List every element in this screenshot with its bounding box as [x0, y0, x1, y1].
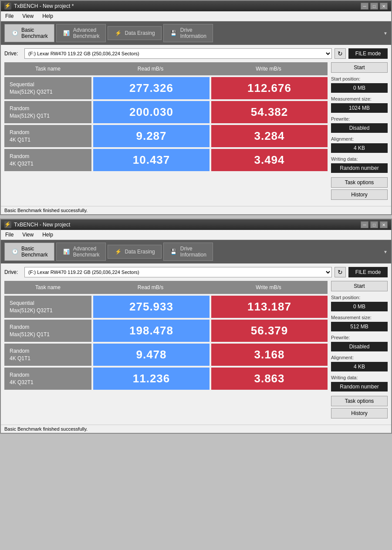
app-icon-1: ⚡ — [4, 3, 11, 10]
alignment-value-2: 4 KB — [331, 362, 388, 371]
menu-view-1[interactable]: View — [20, 12, 36, 20]
writing-data-value-2: Random number — [331, 382, 388, 391]
write-value-2-2: 56.379 — [211, 320, 328, 342]
tab-advanced-label-2: AdvancedBenchmark — [73, 246, 100, 258]
header-read-2: Read mB/s — [91, 283, 210, 292]
read-value-1-2: 200.030 — [93, 101, 210, 123]
write-value-1-4: 3.494 — [211, 149, 328, 171]
prewrite-label-2: Prewrite: — [331, 335, 388, 340]
minimize-btn-1[interactable]: ─ — [361, 3, 368, 10]
start-button-2[interactable]: Start — [331, 281, 388, 291]
bench-row-2-2: RandomMax(512K) Q1T1 198.478 56.379 — [4, 320, 328, 342]
writing-data-value-1: Random number — [331, 163, 388, 173]
task-options-btn-1[interactable]: Task options — [331, 177, 388, 188]
status-bar-2: Basic Benchmark finished successfully. — [1, 425, 391, 433]
clock-icon-1: 🕐 — [11, 29, 19, 37]
alignment-label-2: Alignment: — [331, 355, 388, 360]
close-btn-1[interactable]: ✕ — [380, 3, 388, 10]
right-panel-1: Start Start position: 0 MB Measurement s… — [331, 62, 388, 200]
history-btn-2[interactable]: History — [331, 408, 388, 418]
drive-refresh-btn-1[interactable]: ↻ — [335, 48, 346, 59]
chart-icon-1: 📊 — [63, 29, 71, 37]
window-1: ⚡ TxBENCH - New project * ─ □ ✕ File Vie… — [0, 0, 392, 215]
window-title-2: TxBENCH - New project — [14, 222, 70, 228]
right-panel-2: Start Start position: 0 MB Measurement s… — [331, 281, 388, 418]
clock-icon-2: 🕐 — [11, 248, 19, 256]
table-header-1: Task name Read mB/s Write mB/s — [4, 62, 328, 75]
drive-row-1: Drive: (F:) Lexar RW470 119.22 GB (250,0… — [4, 48, 388, 59]
measurement-size-value-2: 512 MB — [331, 322, 388, 331]
toolbar-2: 🕐 BasicBenchmark 📊 AdvancedBenchmark ⚡ D… — [1, 240, 391, 263]
alignment-value-1: 4 KB — [331, 143, 388, 153]
minimize-btn-2[interactable]: ─ — [361, 221, 368, 228]
menu-view-2[interactable]: View — [20, 231, 36, 239]
drive-select-1[interactable]: (F:) Lexar RW470 119.22 GB (250,036,224 … — [24, 48, 332, 59]
task-options-btn-2[interactable]: Task options — [331, 396, 388, 406]
row-label-2-4: Random4K Q32T1 — [4, 368, 91, 390]
write-value-1-2: 54.382 — [211, 101, 328, 123]
write-value-2-4: 3.863 — [211, 368, 328, 390]
tab-drive-label-2: DriveInformation — [180, 246, 206, 258]
read-value-2-3: 9.478 — [93, 344, 210, 366]
tab-basic-benchmark-2[interactable]: 🕐 BasicBenchmark — [4, 243, 54, 261]
read-value-1-3: 9.287 — [93, 125, 210, 147]
drive-refresh-btn-2[interactable]: ↻ — [335, 267, 346, 277]
row-label-2-1: SequentialMax(512K) Q32T1 — [4, 296, 91, 318]
menu-file-1[interactable]: File — [3, 12, 16, 20]
write-value-2-1: 113.187 — [211, 296, 328, 318]
row-label-1-4: Random4K Q32T1 — [4, 149, 91, 171]
start-position-value-1: 0 MB — [331, 83, 388, 93]
bench-row-1-4: Random4K Q32T1 10.437 3.494 — [4, 149, 328, 171]
menu-bar-1: File View Help — [1, 11, 391, 21]
bench-row-2-4: Random4K Q32T1 11.236 3.863 — [4, 368, 328, 390]
drive-icon-2: 💾 — [170, 248, 178, 256]
tab-data-erasing-2[interactable]: ⚡ Data Erasing — [108, 245, 161, 259]
drive-label-1: Drive: — [4, 51, 22, 57]
title-bar-1: ⚡ TxBENCH - New project * ─ □ ✕ — [1, 1, 391, 11]
tab-drive-info-1[interactable]: 💾 DriveInformation — [163, 24, 213, 42]
read-value-2-4: 11.236 — [93, 368, 210, 390]
tab-advanced-label-1: AdvancedBenchmark — [73, 27, 100, 39]
window-controls-1: ─ □ ✕ — [361, 3, 388, 10]
row-label-1-2: RandomMax(512K) Q1T1 — [4, 101, 91, 123]
main-content-1: Task name Read mB/s Write mB/s Sequentia… — [4, 62, 388, 200]
drive-icon-1: 💾 — [170, 29, 178, 37]
tab-data-erasing-1[interactable]: ⚡ Data Erasing — [108, 26, 161, 40]
tab-advanced-benchmark-1[interactable]: 📊 AdvancedBenchmark — [56, 24, 106, 42]
window-controls-2: ─ □ ✕ — [361, 221, 388, 228]
start-position-value-2: 0 MB — [331, 302, 388, 311]
content-area-2: Drive: (F:) Lexar RW470 119.22 GB (250,0… — [1, 263, 391, 422]
tab-erase-label-2: Data Erasing — [125, 249, 155, 255]
measurement-size-label-2: Measurement size: — [331, 315, 388, 320]
row-label-2-3: Random4K Q1T1 — [4, 344, 91, 366]
menu-help-2[interactable]: Help — [40, 231, 56, 239]
tab-basic-label-2: BasicBenchmark — [21, 246, 48, 258]
tab-advanced-benchmark-2[interactable]: 📊 AdvancedBenchmark — [56, 243, 106, 261]
row-label-2-2: RandomMax(512K) Q1T1 — [4, 320, 91, 342]
menu-help-1[interactable]: Help — [40, 12, 56, 20]
app-icon-2: ⚡ — [4, 221, 11, 228]
file-mode-btn-2[interactable]: FILE mode — [348, 267, 388, 277]
history-btn-1[interactable]: History — [331, 189, 388, 200]
tab-drive-info-2[interactable]: 💾 DriveInformation — [163, 243, 213, 261]
read-value-2-2: 198.478 — [93, 320, 210, 342]
row-label-1-3: Random4K Q1T1 — [4, 125, 91, 147]
writing-data-label-2: Writing data: — [331, 375, 388, 380]
menu-file-2[interactable]: File — [3, 231, 16, 239]
close-btn-2[interactable]: ✕ — [380, 221, 388, 228]
maximize-btn-1[interactable]: □ — [370, 3, 378, 10]
window-title-1: TxBENCH - New project * — [14, 3, 74, 9]
bench-row-1-2: RandomMax(512K) Q1T1 200.030 54.382 — [4, 101, 328, 123]
file-mode-btn-1[interactable]: FILE mode — [348, 48, 388, 59]
maximize-btn-2[interactable]: □ — [370, 221, 378, 228]
erase-icon-1: ⚡ — [114, 29, 122, 37]
header-task-2: Task name — [4, 283, 91, 292]
tab-drive-label-1: DriveInformation — [180, 27, 206, 39]
tab-basic-benchmark-1[interactable]: 🕐 BasicBenchmark — [4, 24, 54, 42]
write-value-1-1: 112.676 — [211, 77, 328, 99]
prewrite-value-1: Disabled — [331, 123, 388, 133]
start-button-1[interactable]: Start — [331, 62, 388, 73]
content-area-1: Drive: (F:) Lexar RW470 119.22 GB (250,0… — [1, 45, 391, 203]
drive-select-2[interactable]: (F:) Lexar RW470 119.22 GB (250,036,224 … — [24, 267, 332, 277]
bench-row-2-1: SequentialMax(512K) Q32T1 275.933 113.18… — [4, 296, 328, 318]
